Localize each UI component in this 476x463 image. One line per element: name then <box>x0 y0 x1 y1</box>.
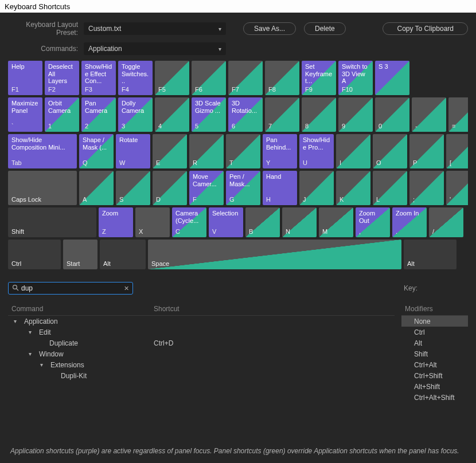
key-f2[interactable]: Deselect All LayersF2 <box>45 61 79 95</box>
commands-dropdown[interactable]: Application ▾ <box>84 42 226 55</box>
key-f10[interactable]: Switch to 3D View AF10 <box>338 61 373 95</box>
modifier-ctrl-shift[interactable]: Ctrl+Shift <box>401 370 468 381</box>
key-label: I <box>340 159 341 167</box>
key-b[interactable]: B <box>245 207 280 237</box>
key-5[interactable]: 3D Scale Gizmo ...5 <box>192 97 226 132</box>
key-z[interactable]: ZoomZ <box>99 207 133 237</box>
key-shift[interactable]: Shift <box>8 207 96 237</box>
key--[interactable]: ; <box>409 171 444 205</box>
key-f5[interactable]: F5 <box>155 61 189 95</box>
key-caps-lock[interactable]: Caps Lock <box>8 171 77 205</box>
key-label: F2 <box>48 86 56 93</box>
search-box[interactable]: ✕ <box>8 282 133 295</box>
modifier-alt[interactable]: Alt <box>401 338 468 348</box>
key-f1[interactable]: HelpF1 <box>8 61 42 95</box>
key-f4[interactable]: Toggle Switches...F4 <box>118 61 153 95</box>
key-label: F9 <box>305 86 313 93</box>
save-as-button[interactable]: Save As... <box>243 22 296 35</box>
key-3[interactable]: Dolly Camera3 <box>118 97 153 132</box>
tree-row[interactable]: ▾Application <box>8 316 395 327</box>
key-k[interactable]: K <box>336 171 370 205</box>
key-label: Tab <box>11 159 22 167</box>
delete-button[interactable]: Delete <box>304 22 346 35</box>
key-f[interactable]: Move Camer...F <box>189 171 224 205</box>
key-h[interactable]: HandH <box>263 171 297 205</box>
key-label: W <box>119 159 125 167</box>
tree-row[interactable]: ▾Window <box>8 348 395 359</box>
key-j[interactable]: J <box>299 171 334 205</box>
key--[interactable]: Maximize Panel` <box>8 97 42 132</box>
key-alt[interactable]: Alt <box>100 240 146 269</box>
key-m[interactable]: M <box>319 207 353 237</box>
modifier-alt-shift[interactable]: Alt+Shift <box>401 381 468 392</box>
key-x[interactable]: X <box>135 207 170 237</box>
key-e[interactable]: E <box>153 134 187 168</box>
key-q[interactable]: Shape / Mask (...Q <box>79 134 114 168</box>
search-input[interactable] <box>19 284 124 292</box>
key-n[interactable]: N <box>282 207 317 237</box>
key-ctrl[interactable]: Ctrl <box>8 240 61 269</box>
key-4[interactable]: 4 <box>155 97 189 132</box>
modifier-ctrl-alt[interactable]: Ctrl+Alt <box>401 359 468 370</box>
modifier-ctrl[interactable]: Ctrl <box>401 327 468 338</box>
col-command[interactable]: Command <box>11 305 154 313</box>
key-f3[interactable]: Show/Hide Effect Con...F3 <box>81 61 116 95</box>
key-start[interactable]: Start <box>63 240 97 269</box>
key-desc: Switch to 3D View A <box>342 63 369 85</box>
key--[interactable]: Zoom In. <box>392 207 427 237</box>
key-d[interactable]: D <box>153 171 187 205</box>
key-p[interactable]: P <box>409 134 444 168</box>
key-r[interactable]: R <box>189 134 224 168</box>
tree-row[interactable]: Duplicate Ctrl+D <box>8 338 395 348</box>
key-0[interactable]: 0 <box>375 97 409 132</box>
key-c[interactable]: Camera (Cycle...C <box>172 207 206 237</box>
modifier-none[interactable]: None <box>401 316 468 327</box>
key-label: , <box>359 228 361 236</box>
key--[interactable]: / <box>429 207 463 237</box>
key-f8[interactable]: F8 <box>265 61 299 95</box>
key-2[interactable]: Pan Camera2 <box>81 97 116 132</box>
modifier-shift[interactable]: Shift <box>401 348 468 359</box>
key-f6[interactable]: F6 <box>192 61 226 95</box>
key-i[interactable]: I <box>336 134 370 168</box>
key--[interactable]: Zoom Out, <box>356 207 390 237</box>
key-label: Start <box>67 260 80 268</box>
key--[interactable]: = <box>448 97 468 132</box>
key-tab[interactable]: Show/Hide Composition Mini...Tab <box>8 134 77 168</box>
key-alt[interactable]: Alt <box>404 240 457 269</box>
key-t[interactable]: T <box>226 134 260 168</box>
key-desc: Show/Hide Composition Mini... <box>11 136 73 151</box>
key-u[interactable]: Show/Hide Pro...U <box>299 134 334 168</box>
key-s[interactable]: S <box>116 171 150 205</box>
modifiers-header[interactable]: Modifiers <box>401 305 468 316</box>
key-7[interactable]: 7 <box>265 97 299 132</box>
tree-row[interactable]: ▾Edit <box>8 327 395 338</box>
preset-dropdown[interactable]: Custom.txt ▾ <box>84 22 226 35</box>
key-[interactable]: S 3 <box>375 61 409 95</box>
col-shortcut[interactable]: Shortcut <box>154 305 391 313</box>
key--[interactable]: - <box>412 97 446 132</box>
key--[interactable]: ' <box>446 171 468 205</box>
tree-row[interactable]: ▾Extensions <box>8 359 395 370</box>
key-y[interactable]: Pan Behind...Y <box>263 134 297 168</box>
key-o[interactable]: O <box>373 134 407 168</box>
key-6[interactable]: 3D Rotatio...6 <box>228 97 263 132</box>
key-f9[interactable]: Set Keyframe t...F9 <box>302 61 336 95</box>
key-w[interactable]: RotateW <box>116 134 150 168</box>
key-f7[interactable]: F7 <box>228 61 263 95</box>
copy-clipboard-button[interactable]: Copy To Clipboard <box>383 22 468 35</box>
clear-icon[interactable]: ✕ <box>124 285 129 292</box>
key-v[interactable]: SelectionV <box>209 207 243 237</box>
key-1[interactable]: Orbit Camera1 <box>45 97 79 132</box>
key-desc: Help <box>11 63 39 70</box>
key-8[interactable]: 8 <box>302 97 336 132</box>
key-label: F8 <box>268 86 276 93</box>
key-9[interactable]: 9 <box>338 97 373 132</box>
key-space[interactable]: Space <box>148 240 401 269</box>
key-g[interactable]: Pen / Mask...G <box>226 171 260 205</box>
key-l[interactable]: L <box>373 171 407 205</box>
key-a[interactable]: A <box>79 171 114 205</box>
modifier-ctrl-alt-shift[interactable]: Ctrl+Alt+Shift <box>401 392 468 403</box>
key--[interactable]: [ <box>446 134 468 168</box>
tree-row[interactable]: Dupli-Kit <box>8 370 395 381</box>
